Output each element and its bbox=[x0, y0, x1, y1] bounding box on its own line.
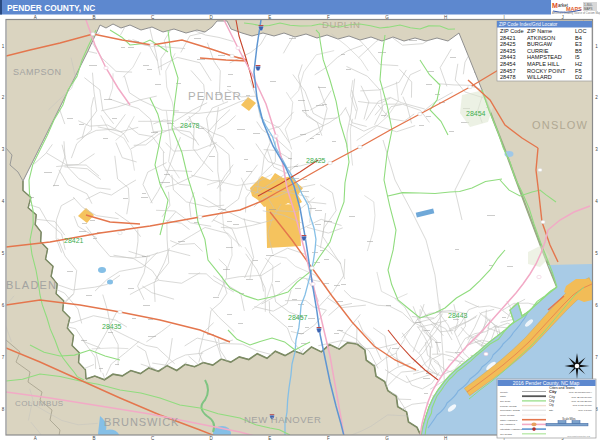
svg-text:28443: 28443 bbox=[448, 312, 468, 319]
svg-text:28425: 28425 bbox=[500, 41, 516, 47]
svg-text:State Highways: State Highways bbox=[500, 419, 518, 422]
svg-text:LOC: LOC bbox=[575, 28, 587, 34]
svg-text:City: City bbox=[549, 403, 554, 407]
svg-text:H: H bbox=[444, 15, 447, 20]
svg-text:G: G bbox=[385, 15, 389, 20]
svg-text:PENDER: PENDER bbox=[188, 90, 242, 102]
svg-text:B5: B5 bbox=[575, 48, 582, 54]
svg-text:I: I bbox=[503, 15, 504, 20]
svg-text:B: B bbox=[92, 15, 95, 20]
svg-text:SAMPSON: SAMPSON bbox=[13, 67, 62, 77]
svg-text:BLADEN: BLADEN bbox=[6, 279, 57, 291]
svg-text:America's Leading Source of Cu: America's Leading Source of Custom Maps bbox=[552, 11, 600, 15]
svg-text:A: A bbox=[34, 436, 37, 441]
svg-text:BRUNSWICK: BRUNSWICK bbox=[104, 416, 179, 428]
svg-text:PENDER COUNTY, NC: PENDER COUNTY, NC bbox=[7, 3, 95, 13]
svg-text:MAPLE HILL: MAPLE HILL bbox=[527, 61, 559, 67]
svg-text:COLUMBUS: COLUMBUS bbox=[15, 399, 64, 408]
svg-text:ZIP Code Index/Grid Locator: ZIP Code Index/Grid Locator bbox=[499, 22, 558, 27]
svg-text:HAMPSTEAD: HAMPSTEAD bbox=[527, 54, 562, 60]
svg-text:Toll Roads: Toll Roads bbox=[500, 433, 512, 436]
svg-text:28478: 28478 bbox=[500, 74, 516, 80]
svg-text:ATKINSON: ATKINSON bbox=[527, 35, 555, 41]
svg-text:B4: B4 bbox=[575, 35, 582, 41]
svg-text:28425: 28425 bbox=[306, 157, 326, 164]
svg-text:ZIP Code: ZIP Code bbox=[500, 400, 511, 403]
svg-text:E: E bbox=[268, 15, 271, 20]
svg-text:DUPLIN: DUPLIN bbox=[322, 19, 360, 30]
svg-text:State: State bbox=[500, 395, 506, 398]
svg-text:F: F bbox=[327, 15, 330, 20]
svg-text:WILLARD: WILLARD bbox=[527, 74, 552, 80]
svg-text:D2: D2 bbox=[575, 74, 582, 80]
svg-text:H: H bbox=[444, 436, 447, 441]
svg-text:ROCKY POINT: ROCKY POINT bbox=[527, 68, 566, 74]
svg-text:City: City bbox=[549, 395, 555, 399]
svg-text:G: G bbox=[385, 436, 389, 441]
svg-text:28443: 28443 bbox=[500, 54, 516, 60]
svg-text:CURRIE: CURRIE bbox=[527, 48, 549, 54]
svg-text:US Highways: US Highways bbox=[500, 423, 516, 426]
svg-text:28421: 28421 bbox=[500, 35, 516, 41]
svg-text:F: F bbox=[327, 436, 330, 441]
svg-text:28435: 28435 bbox=[102, 323, 122, 330]
svg-text:Interstate Highways: Interstate Highways bbox=[500, 428, 523, 431]
svg-text:City: City bbox=[549, 389, 557, 394]
svg-text:B: B bbox=[92, 436, 95, 441]
svg-text:Scale Miles: Scale Miles bbox=[562, 417, 576, 421]
svg-text:28457: 28457 bbox=[500, 68, 516, 74]
svg-text:28435: 28435 bbox=[500, 48, 516, 54]
svg-text:County: County bbox=[500, 391, 509, 394]
svg-text:I5: I5 bbox=[575, 54, 580, 60]
svg-text:Secondary Roads: Secondary Roads bbox=[500, 409, 521, 412]
svg-text:City: City bbox=[549, 399, 555, 403]
svg-text:A: A bbox=[34, 15, 37, 20]
svg-text:ZIP Name: ZIP Name bbox=[527, 28, 552, 34]
svg-text:NEW HANOVER: NEW HANOVER bbox=[244, 414, 321, 425]
svg-text:28478: 28478 bbox=[180, 122, 200, 129]
svg-text:E3: E3 bbox=[575, 41, 582, 47]
svg-text:Primary Roads: Primary Roads bbox=[500, 405, 517, 408]
svg-text:2016 Pender County, NC Map: 2016 Pender County, NC Map bbox=[513, 380, 580, 386]
svg-text:Copyright MarketMAPS: Copyright MarketMAPS bbox=[567, 435, 590, 437]
svg-text:Minor Roads: Minor Roads bbox=[500, 414, 515, 417]
svg-text:J: J bbox=[562, 15, 564, 20]
svg-text:E: E bbox=[268, 436, 271, 441]
svg-text:ONSLOW: ONSLOW bbox=[532, 119, 588, 131]
svg-text:ZIP Code: ZIP Code bbox=[500, 28, 524, 34]
svg-text:F5: F5 bbox=[575, 68, 582, 74]
svg-text:28457: 28457 bbox=[288, 314, 308, 321]
svg-text:BURGAW: BURGAW bbox=[527, 41, 553, 47]
svg-text:28454: 28454 bbox=[466, 110, 486, 117]
svg-text:28454: 28454 bbox=[500, 61, 516, 67]
svg-text:MAPS: MAPS bbox=[584, 7, 593, 11]
svg-text:H2: H2 bbox=[575, 61, 582, 67]
svg-text:28421: 28421 bbox=[64, 237, 84, 244]
